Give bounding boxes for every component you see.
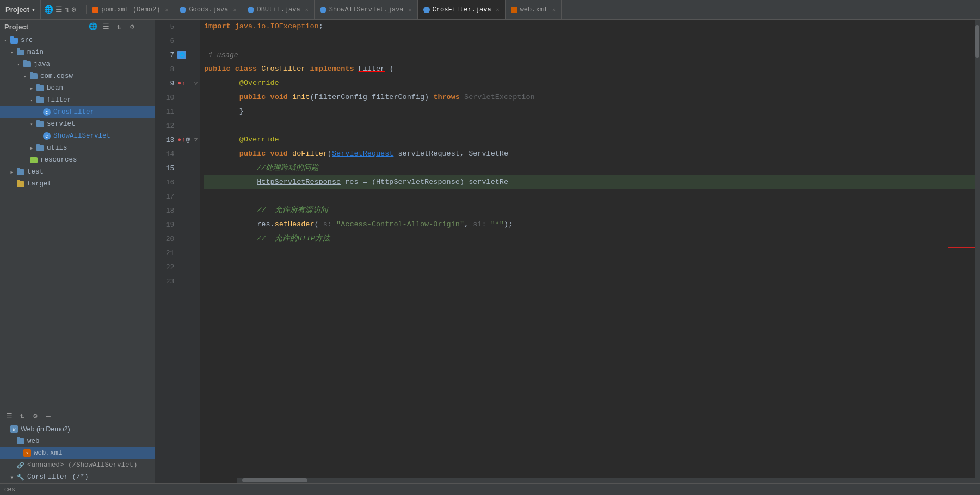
- tab-label-dbutil: DBUtil.java: [257, 6, 300, 14]
- tab-showallservlet[interactable]: ShowAllServlet.java ✕: [315, 0, 418, 19]
- line-num-8: 8: [155, 65, 177, 73]
- tree-label-bean: bean: [47, 84, 63, 92]
- param-type-filterconfig[interactable]: FilterConfig: [315, 90, 367, 104]
- tab-crosfilter[interactable]: CrosFilter.java ✕: [418, 0, 506, 19]
- tree-item-web[interactable]: web: [0, 435, 155, 447]
- sidebar-icon-gear[interactable]: ⚙: [127, 22, 137, 32]
- gutter-row-16: 16: [155, 175, 192, 189]
- sidebar-icon-minimize[interactable]: —: [140, 22, 150, 32]
- comment-14: //处理跨域的问题: [257, 161, 319, 175]
- tree-label-comcqsw: com.cqsw: [40, 72, 73, 80]
- nav-icon-5[interactable]: —: [78, 5, 83, 14]
- bookmark-red-9: ●: [177, 80, 181, 86]
- tree-item-main[interactable]: ▾ main: [0, 46, 155, 58]
- tree-arrow-test: ▶: [9, 169, 15, 175]
- tab-label-pomxml: pom.xml (Demo2): [101, 6, 160, 14]
- tree-arrow-resources: [22, 157, 28, 163]
- fold-row-5: [192, 20, 200, 34]
- gutter-row-22: 22: [155, 260, 192, 274]
- tree-item-utils[interactable]: ▶ utils: [0, 142, 155, 154]
- code-line-16: [204, 189, 980, 203]
- tree-item-showallservlet[interactable]: C ShowAllServlet: [0, 130, 155, 142]
- horizontal-scrollbar[interactable]: [237, 478, 975, 483]
- line-num-21: 21: [155, 249, 177, 257]
- fold-arrow-9[interactable]: ▽: [194, 80, 198, 86]
- tab-close-dbutil[interactable]: ✕: [305, 7, 309, 13]
- tree-arrow-utils: ▶: [28, 145, 35, 151]
- sidebar2-icon-align[interactable]: ☰: [4, 411, 14, 421]
- tree-arrow-showallservlet: [35, 133, 41, 139]
- code-line-14: //处理跨域的问题: [204, 161, 980, 175]
- tree-arrow-src: ▾: [2, 37, 9, 44]
- tree-label-crosfilter: CrosFilter: [53, 108, 94, 116]
- tree-icon-showallservlet: C: [42, 132, 51, 140]
- gutter-row-17: 17: [155, 189, 192, 203]
- nav-icon-3[interactable]: ⇅: [65, 5, 69, 14]
- tab-close-pomxml[interactable]: ✕: [165, 7, 168, 13]
- tree-item-web-in-demo2[interactable]: W Web (in Demo2): [0, 423, 155, 435]
- tree-item-target[interactable]: target: [0, 178, 155, 190]
- type-httpservletresponse[interactable]: HttpServletResponse: [257, 175, 341, 189]
- method-setheader: setHeader: [275, 218, 315, 232]
- tree-item-servlet[interactable]: ▾ servlet: [0, 118, 155, 130]
- sidebar2-icon-minimize[interactable]: —: [44, 411, 53, 421]
- tab-icon-maven: [92, 7, 98, 13]
- tree-icon-utils: [36, 144, 45, 152]
- tab-pomxml[interactable]: pom.xml (Demo2) ✕: [87, 0, 174, 19]
- fold-row-8: [192, 62, 200, 76]
- tab-label-crosfilter: CrosFilter.java: [433, 6, 491, 14]
- line-num-18: 18: [155, 207, 177, 215]
- interface-filter[interactable]: Filter: [359, 62, 385, 76]
- tab-icon-crosfilter: [423, 7, 430, 13]
- nav-icon-2[interactable]: ☰: [56, 5, 63, 14]
- param-type-servletrequest[interactable]: ServletRequest: [332, 147, 393, 161]
- tab-close-goods[interactable]: ✕: [233, 7, 236, 13]
- line-num-6: 6: [155, 37, 177, 45]
- line-num-20: 20: [155, 235, 177, 243]
- fold-row-9[interactable]: ▽: [192, 76, 200, 90]
- tab-project-dropdown[interactable]: Project ▾: [0, 0, 41, 19]
- sidebar-icon-globe[interactable]: 🌐: [88, 22, 98, 32]
- tab-close-crosfilter[interactable]: ✕: [496, 7, 500, 13]
- tree-label-target: target: [27, 180, 52, 188]
- tree-item-corsfilter[interactable]: ▼ 🔧 CorsFilter (/*): [0, 471, 155, 483]
- tab-dbutil[interactable]: DBUtil.java ✕: [242, 0, 314, 19]
- tree-icon-servlet: [36, 120, 45, 128]
- tree-icon-test: [16, 168, 25, 176]
- param-name-filterconfig: filterConfig: [372, 90, 424, 104]
- tab-label-goods: Goods.java: [189, 6, 228, 14]
- tree-item-webxml[interactable]: x web.xml: [0, 447, 155, 459]
- tree-item-bean[interactable]: ▶ bean: [0, 82, 155, 94]
- sidebar2-icon-gear[interactable]: ⚙: [30, 411, 40, 421]
- tab-close-webxml[interactable]: ✕: [552, 7, 556, 13]
- tree-item-java[interactable]: ▾ java: [0, 58, 155, 70]
- tree-item-resources[interactable]: resources: [0, 154, 155, 166]
- sidebar-icon-align[interactable]: ☰: [101, 22, 111, 32]
- tree-item-crosfilter[interactable]: C CrosFilter: [0, 106, 155, 118]
- project-arrow-icon: ▾: [32, 7, 35, 13]
- tree-arrow-unnamed: [9, 462, 15, 468]
- vertical-scrollbar[interactable]: [975, 20, 980, 483]
- code-import-path: java.io.IOException: [235, 20, 319, 34]
- annotation-override-12: @Override: [239, 133, 279, 147]
- nav-icon-1[interactable]: 🌐: [44, 5, 53, 14]
- vertical-scrollbar-thumb[interactable]: [975, 25, 979, 58]
- tree-item-unnamed[interactable]: 🔗 <unnamed> (/ShowAllServlet): [0, 459, 155, 471]
- code-line-9: public void init ( FilterConfig filterCo…: [204, 90, 980, 104]
- tree-item-comcqsw[interactable]: ▾ com.cqsw: [0, 70, 155, 82]
- fold-arrow-13[interactable]: ▽: [194, 137, 198, 143]
- sidebar-icon-arrows[interactable]: ⇅: [114, 22, 124, 32]
- fold-row-13[interactable]: ▽: [192, 133, 200, 147]
- tree-item-test[interactable]: ▶ test: [0, 166, 155, 178]
- horizontal-scrollbar-thumb[interactable]: [242, 478, 307, 482]
- tab-webxml[interactable]: web.xml ✕: [506, 0, 562, 19]
- code-content[interactable]: import java.io.IOException ; 1 usage pub…: [200, 20, 980, 483]
- tab-close-showallservlet[interactable]: ✕: [409, 7, 412, 13]
- sidebar2-icon-arrows[interactable]: ⇅: [17, 411, 27, 421]
- tree-item-filter[interactable]: ▾ filter: [0, 94, 155, 106]
- tree-item-src[interactable]: ▾ src: [0, 34, 155, 46]
- code-line-12: @Override: [204, 133, 980, 147]
- tab-goods[interactable]: Goods.java ✕: [174, 0, 242, 19]
- tree-arrow-corsfilter: ▼: [9, 474, 15, 480]
- nav-icon-4[interactable]: ⚙: [72, 5, 76, 14]
